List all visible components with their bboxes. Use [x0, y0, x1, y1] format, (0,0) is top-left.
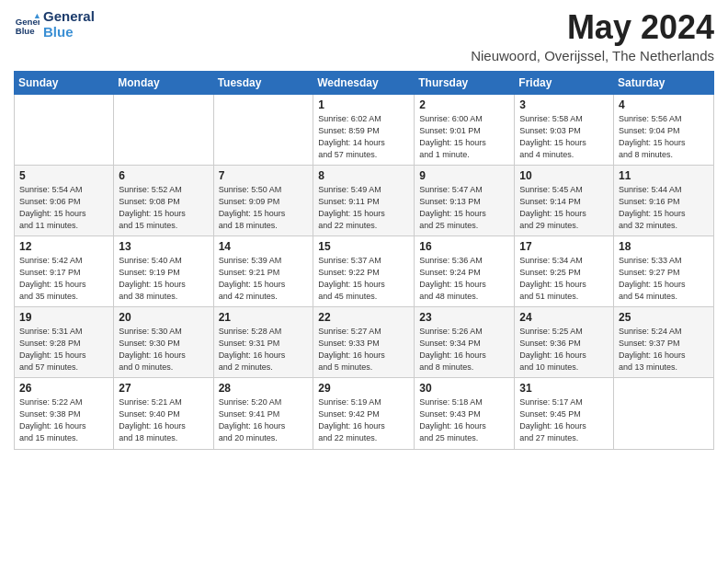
day-cell: 24Sunrise: 5:25 AMSunset: 9:36 PMDayligh…	[515, 307, 614, 378]
day-info: Sunrise: 5:20 AMSunset: 9:41 PMDaylight:…	[219, 396, 309, 444]
day-cell	[15, 94, 114, 165]
day-cell: 18Sunrise: 5:33 AMSunset: 9:27 PMDayligh…	[614, 236, 714, 306]
day-cell: 14Sunrise: 5:39 AMSunset: 9:21 PMDayligh…	[213, 236, 313, 306]
day-info: Sunrise: 5:27 AMSunset: 9:33 PMDaylight:…	[318, 326, 409, 373]
weekday-header-friday: Friday	[515, 71, 614, 94]
day-number: 30	[419, 382, 509, 395]
day-cell: 17Sunrise: 5:34 AMSunset: 9:25 PMDayligh…	[515, 236, 614, 306]
day-info: Sunrise: 5:25 AMSunset: 9:36 PMDaylight:…	[519, 326, 609, 373]
day-number: 17	[519, 240, 609, 253]
week-row-2: 5Sunrise: 5:54 AMSunset: 9:06 PMDaylight…	[15, 165, 714, 236]
weekday-header-tuesday: Tuesday	[213, 71, 313, 94]
weekday-header-wednesday: Wednesday	[313, 71, 415, 94]
day-info: Sunrise: 5:44 AMSunset: 9:16 PMDaylight:…	[619, 184, 709, 232]
month-title: May 2024	[471, 9, 714, 46]
day-number: 20	[119, 311, 208, 324]
logo-text-blue: Blue	[43, 25, 95, 40]
day-info: Sunrise: 5:31 AMSunset: 9:28 PMDaylight:…	[19, 326, 108, 373]
day-info: Sunrise: 5:21 AMSunset: 9:40 PMDaylight:…	[119, 396, 208, 444]
day-info: Sunrise: 5:28 AMSunset: 9:31 PMDaylight:…	[219, 326, 309, 373]
day-number: 23	[419, 311, 509, 324]
day-number: 22	[318, 311, 409, 324]
location-subtitle: Nieuwoord, Overijssel, The Netherlands	[471, 48, 714, 63]
day-number: 13	[119, 240, 208, 253]
day-cell: 1Sunrise: 6:02 AMSunset: 8:59 PMDaylight…	[313, 94, 415, 165]
day-cell: 2Sunrise: 6:00 AMSunset: 9:01 PMDaylight…	[415, 94, 515, 165]
day-number: 11	[619, 169, 709, 182]
day-number: 5	[19, 169, 108, 182]
day-info: Sunrise: 5:34 AMSunset: 9:25 PMDaylight:…	[519, 255, 609, 303]
day-cell: 28Sunrise: 5:20 AMSunset: 9:41 PMDayligh…	[213, 378, 313, 449]
day-info: Sunrise: 5:50 AMSunset: 9:09 PMDaylight:…	[219, 184, 309, 232]
day-info: Sunrise: 6:00 AMSunset: 9:01 PMDaylight:…	[419, 113, 509, 161]
day-number: 27	[119, 382, 208, 395]
day-info: Sunrise: 5:30 AMSunset: 9:30 PMDaylight:…	[119, 326, 208, 373]
day-info: Sunrise: 5:26 AMSunset: 9:34 PMDaylight:…	[419, 326, 509, 373]
day-number: 6	[119, 169, 208, 182]
day-cell: 6Sunrise: 5:52 AMSunset: 9:08 PMDaylight…	[114, 165, 213, 236]
day-info: Sunrise: 5:24 AMSunset: 9:37 PMDaylight:…	[619, 326, 709, 373]
day-number: 12	[19, 240, 108, 253]
day-info: Sunrise: 5:40 AMSunset: 9:19 PMDaylight:…	[119, 255, 208, 303]
day-info: Sunrise: 5:17 AMSunset: 9:45 PMDaylight:…	[519, 396, 609, 444]
day-number: 16	[419, 240, 509, 253]
day-info: Sunrise: 5:54 AMSunset: 9:06 PMDaylight:…	[19, 184, 108, 232]
day-cell: 25Sunrise: 5:24 AMSunset: 9:37 PMDayligh…	[614, 307, 714, 378]
day-cell: 29Sunrise: 5:19 AMSunset: 9:42 PMDayligh…	[313, 378, 415, 449]
day-number: 10	[519, 169, 609, 182]
day-cell: 15Sunrise: 5:37 AMSunset: 9:22 PMDayligh…	[313, 236, 415, 306]
day-cell: 30Sunrise: 5:18 AMSunset: 9:43 PMDayligh…	[415, 378, 515, 449]
day-cell: 3Sunrise: 5:58 AMSunset: 9:03 PMDaylight…	[515, 94, 614, 165]
weekday-header-sunday: Sunday	[15, 71, 114, 94]
day-cell: 7Sunrise: 5:50 AMSunset: 9:09 PMDaylight…	[213, 165, 313, 236]
day-cell: 16Sunrise: 5:36 AMSunset: 9:24 PMDayligh…	[415, 236, 515, 306]
day-info: Sunrise: 5:58 AMSunset: 9:03 PMDaylight:…	[519, 113, 609, 161]
day-info: Sunrise: 5:39 AMSunset: 9:21 PMDaylight:…	[219, 255, 309, 303]
day-number: 18	[619, 240, 709, 253]
logo-icon: General Blue	[14, 12, 40, 38]
title-block: May 2024 Nieuwoord, Overijssel, The Neth…	[471, 9, 714, 63]
day-info: Sunrise: 5:42 AMSunset: 9:17 PMDaylight:…	[19, 255, 108, 303]
day-number: 1	[318, 98, 409, 111]
day-cell: 4Sunrise: 5:56 AMSunset: 9:04 PMDaylight…	[614, 94, 714, 165]
day-cell: 5Sunrise: 5:54 AMSunset: 9:06 PMDaylight…	[15, 165, 114, 236]
day-info: Sunrise: 5:18 AMSunset: 9:43 PMDaylight:…	[419, 396, 509, 444]
day-info: Sunrise: 5:36 AMSunset: 9:24 PMDaylight:…	[419, 255, 509, 303]
day-number: 8	[318, 169, 409, 182]
page-header: General Blue General Blue May 2024 Nieuw…	[14, 9, 714, 63]
day-cell: 22Sunrise: 5:27 AMSunset: 9:33 PMDayligh…	[313, 307, 415, 378]
day-info: Sunrise: 5:19 AMSunset: 9:42 PMDaylight:…	[318, 396, 409, 444]
week-row-3: 12Sunrise: 5:42 AMSunset: 9:17 PMDayligh…	[15, 236, 714, 306]
day-number: 15	[318, 240, 409, 253]
day-cell: 10Sunrise: 5:45 AMSunset: 9:14 PMDayligh…	[515, 165, 614, 236]
day-cell: 27Sunrise: 5:21 AMSunset: 9:40 PMDayligh…	[114, 378, 213, 449]
day-cell: 9Sunrise: 5:47 AMSunset: 9:13 PMDaylight…	[415, 165, 515, 236]
day-cell: 19Sunrise: 5:31 AMSunset: 9:28 PMDayligh…	[15, 307, 114, 378]
day-cell	[114, 94, 213, 165]
day-info: Sunrise: 5:49 AMSunset: 9:11 PMDaylight:…	[318, 184, 409, 232]
day-info: Sunrise: 6:02 AMSunset: 8:59 PMDaylight:…	[318, 113, 409, 161]
day-info: Sunrise: 5:45 AMSunset: 9:14 PMDaylight:…	[519, 184, 609, 232]
day-number: 21	[219, 311, 309, 324]
day-number: 14	[219, 240, 309, 253]
day-number: 7	[219, 169, 309, 182]
day-cell: 13Sunrise: 5:40 AMSunset: 9:19 PMDayligh…	[114, 236, 213, 306]
calendar-table: SundayMondayTuesdayWednesdayThursdayFrid…	[14, 71, 714, 450]
week-row-4: 19Sunrise: 5:31 AMSunset: 9:28 PMDayligh…	[15, 307, 714, 378]
day-number: 3	[519, 98, 609, 111]
day-number: 9	[419, 169, 509, 182]
day-cell: 31Sunrise: 5:17 AMSunset: 9:45 PMDayligh…	[515, 378, 614, 449]
day-number: 28	[219, 382, 309, 395]
day-info: Sunrise: 5:33 AMSunset: 9:27 PMDaylight:…	[619, 255, 709, 303]
day-number: 31	[519, 382, 609, 395]
day-number: 19	[19, 311, 108, 324]
svg-text:Blue: Blue	[16, 25, 35, 35]
day-info: Sunrise: 5:56 AMSunset: 9:04 PMDaylight:…	[619, 113, 709, 161]
day-cell	[614, 378, 714, 449]
day-info: Sunrise: 5:22 AMSunset: 9:38 PMDaylight:…	[19, 396, 108, 444]
day-cell: 21Sunrise: 5:28 AMSunset: 9:31 PMDayligh…	[213, 307, 313, 378]
day-info: Sunrise: 5:52 AMSunset: 9:08 PMDaylight:…	[119, 184, 208, 232]
weekday-header-monday: Monday	[114, 71, 213, 94]
day-cell: 12Sunrise: 5:42 AMSunset: 9:17 PMDayligh…	[15, 236, 114, 306]
day-number: 2	[419, 98, 509, 111]
